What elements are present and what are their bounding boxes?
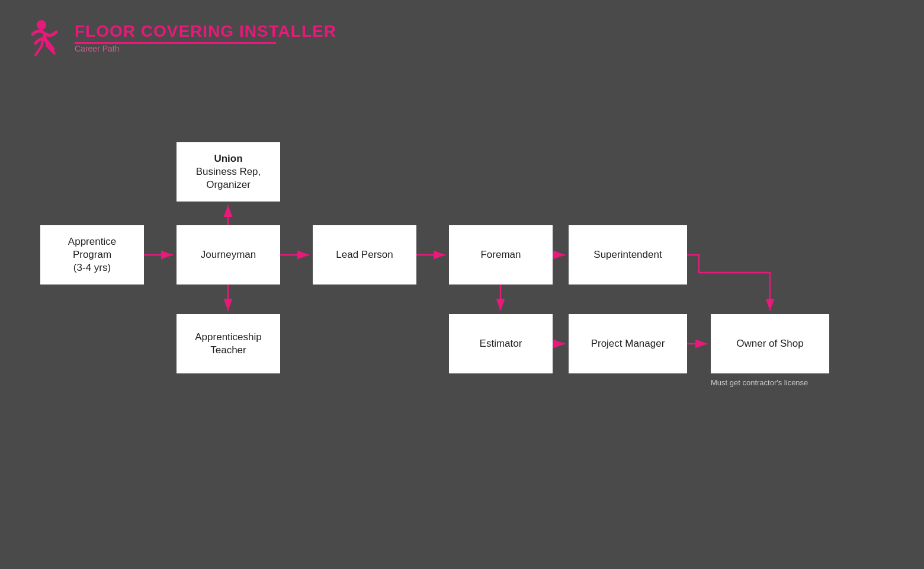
career-path-diagram: Union Business Rep, Organizer Apprentice… xyxy=(36,83,912,498)
project-manager-box: Project Manager xyxy=(569,314,687,373)
union-line3: Organizer xyxy=(206,179,251,190)
superintendent-box: Superintendent xyxy=(569,225,687,284)
header-text: FLOOR COVERING INSTALLER Career Path xyxy=(75,22,336,53)
logo-icon xyxy=(24,17,65,58)
project-manager-label: Project Manager xyxy=(591,337,665,350)
union-line2: Business Rep, xyxy=(196,166,261,177)
foreman-box: Foreman xyxy=(449,225,553,284)
estimator-label: Estimator xyxy=(480,337,522,350)
header: FLOOR COVERING INSTALLER Career Path xyxy=(0,0,924,75)
apprentice-line2: Program xyxy=(73,249,111,260)
svg-point-0 xyxy=(37,20,46,30)
journeyman-label: Journeyman xyxy=(201,248,256,261)
union-title: Union xyxy=(214,153,242,164)
superintendent-label: Superintendent xyxy=(593,248,662,261)
header-subtitle: Career Path xyxy=(75,44,336,53)
header-title: FLOOR COVERING INSTALLER xyxy=(75,22,336,41)
apprenticeship-teacher-box: Apprenticeship Teacher xyxy=(177,314,280,373)
owner-label: Owner of Shop xyxy=(736,337,803,350)
contractor-note: Must get contractor's license xyxy=(711,378,808,387)
estimator-box: Estimator xyxy=(449,314,553,373)
foreman-label: Foreman xyxy=(480,248,521,261)
owner-of-shop-box: Owner of Shop xyxy=(711,314,829,373)
apprentice-box: Apprentice Program (3-4 yrs) xyxy=(40,225,144,284)
lead-person-box: Lead Person xyxy=(313,225,416,284)
arrows-svg xyxy=(36,83,912,498)
apprenticeship-line1: Apprenticeship xyxy=(195,331,261,343)
journeyman-box: Journeyman xyxy=(177,225,280,284)
union-box: Union Business Rep, Organizer xyxy=(177,142,280,202)
apprentice-line3: (3-4 yrs) xyxy=(73,262,111,273)
lead-label: Lead Person xyxy=(336,248,393,261)
apprenticeship-line2: Teacher xyxy=(210,344,246,356)
apprentice-line1: Apprentice xyxy=(68,236,116,247)
